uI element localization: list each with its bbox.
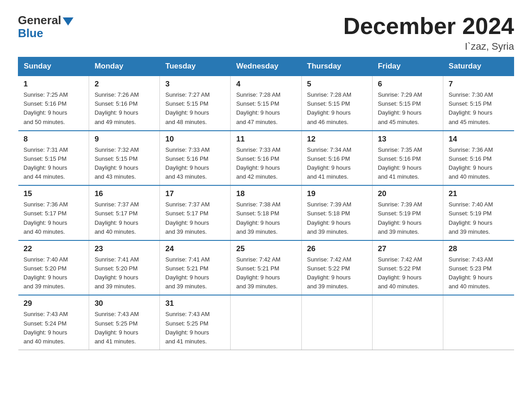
calendar-cell bbox=[301, 295, 372, 350]
calendar-cell: 2Sunrise: 7:26 AMSunset: 5:16 PMDaylight… bbox=[89, 76, 160, 131]
calendar-cell: 20Sunrise: 7:39 AMSunset: 5:19 PMDayligh… bbox=[372, 185, 443, 240]
day-number: 5 bbox=[307, 80, 367, 89]
day-info: Sunrise: 7:37 AMSunset: 5:17 PMDaylight:… bbox=[94, 200, 154, 236]
calendar-table: SundayMondayTuesdayWednesdayThursdayFrid… bbox=[18, 57, 514, 350]
day-info: Sunrise: 7:27 AMSunset: 5:15 PMDaylight:… bbox=[165, 90, 225, 127]
day-info: Sunrise: 7:42 AMSunset: 5:22 PMDaylight:… bbox=[378, 255, 438, 291]
calendar-title: December 2024 bbox=[343, 13, 514, 39]
calendar-cell: 4Sunrise: 7:28 AMSunset: 5:15 PMDaylight… bbox=[231, 76, 301, 131]
page-header: General Blue December 2024 I`zaz, Syria bbox=[18, 13, 514, 52]
day-info: Sunrise: 7:43 AMSunset: 5:25 PMDaylight:… bbox=[94, 310, 154, 346]
calendar-cell: 9Sunrise: 7:32 AMSunset: 5:15 PMDaylight… bbox=[89, 131, 160, 186]
day-number: 7 bbox=[449, 80, 509, 89]
title-area: December 2024 I`zaz, Syria bbox=[343, 13, 514, 52]
day-number: 9 bbox=[94, 135, 154, 144]
calendar-cell: 1Sunrise: 7:25 AMSunset: 5:16 PMDaylight… bbox=[18, 76, 89, 131]
day-info: Sunrise: 7:42 AMSunset: 5:22 PMDaylight:… bbox=[307, 255, 367, 291]
day-number: 11 bbox=[236, 135, 296, 144]
day-number: 31 bbox=[165, 299, 225, 308]
day-number: 21 bbox=[449, 189, 509, 198]
col-header-wednesday: Wednesday bbox=[231, 57, 301, 76]
day-info: Sunrise: 7:36 AMSunset: 5:17 PMDaylight:… bbox=[24, 200, 84, 236]
day-info: Sunrise: 7:29 AMSunset: 5:15 PMDaylight:… bbox=[378, 90, 438, 127]
day-number: 2 bbox=[94, 80, 154, 89]
day-info: Sunrise: 7:31 AMSunset: 5:15 PMDaylight:… bbox=[24, 146, 84, 182]
calendar-cell: 28Sunrise: 7:43 AMSunset: 5:23 PMDayligh… bbox=[443, 240, 514, 295]
calendar-cell: 27Sunrise: 7:42 AMSunset: 5:22 PMDayligh… bbox=[372, 240, 443, 295]
day-info: Sunrise: 7:28 AMSunset: 5:15 PMDaylight:… bbox=[236, 90, 296, 127]
col-header-tuesday: Tuesday bbox=[160, 57, 231, 76]
col-header-thursday: Thursday bbox=[301, 57, 372, 76]
logo-arrow-icon bbox=[63, 17, 73, 26]
calendar-cell: 8Sunrise: 7:31 AMSunset: 5:15 PMDaylight… bbox=[18, 131, 89, 186]
calendar-cell: 10Sunrise: 7:33 AMSunset: 5:16 PMDayligh… bbox=[160, 131, 231, 186]
calendar-cell: 17Sunrise: 7:37 AMSunset: 5:17 PMDayligh… bbox=[160, 185, 231, 240]
col-header-monday: Monday bbox=[89, 57, 160, 76]
calendar-cell: 24Sunrise: 7:41 AMSunset: 5:21 PMDayligh… bbox=[160, 240, 231, 295]
calendar-cell: 21Sunrise: 7:40 AMSunset: 5:19 PMDayligh… bbox=[443, 185, 514, 240]
day-number: 1 bbox=[24, 80, 84, 89]
calendar-week-row: 29Sunrise: 7:43 AMSunset: 5:24 PMDayligh… bbox=[18, 295, 514, 350]
calendar-cell: 18Sunrise: 7:38 AMSunset: 5:18 PMDayligh… bbox=[231, 185, 301, 240]
day-number: 18 bbox=[236, 189, 296, 198]
day-number: 10 bbox=[165, 135, 225, 144]
col-header-friday: Friday bbox=[372, 57, 443, 76]
day-info: Sunrise: 7:40 AMSunset: 5:19 PMDaylight:… bbox=[449, 200, 509, 236]
calendar-header-row: SundayMondayTuesdayWednesdayThursdayFrid… bbox=[18, 57, 514, 76]
day-info: Sunrise: 7:28 AMSunset: 5:15 PMDaylight:… bbox=[307, 90, 367, 127]
day-number: 4 bbox=[236, 80, 296, 89]
day-info: Sunrise: 7:26 AMSunset: 5:16 PMDaylight:… bbox=[94, 90, 154, 127]
logo-general-text: General bbox=[18, 13, 61, 27]
day-number: 3 bbox=[165, 80, 225, 89]
calendar-week-row: 8Sunrise: 7:31 AMSunset: 5:15 PMDaylight… bbox=[18, 131, 514, 186]
calendar-week-row: 22Sunrise: 7:40 AMSunset: 5:20 PMDayligh… bbox=[18, 240, 514, 295]
day-info: Sunrise: 7:43 AMSunset: 5:25 PMDaylight:… bbox=[165, 310, 225, 346]
day-info: Sunrise: 7:39 AMSunset: 5:19 PMDaylight:… bbox=[378, 200, 438, 236]
day-number: 26 bbox=[307, 244, 367, 253]
calendar-cell: 29Sunrise: 7:43 AMSunset: 5:24 PMDayligh… bbox=[18, 295, 89, 350]
day-number: 23 bbox=[94, 244, 154, 253]
calendar-cell: 22Sunrise: 7:40 AMSunset: 5:20 PMDayligh… bbox=[18, 240, 89, 295]
day-info: Sunrise: 7:43 AMSunset: 5:24 PMDaylight:… bbox=[24, 310, 84, 346]
calendar-subtitle: I`zaz, Syria bbox=[343, 41, 514, 52]
day-number: 19 bbox=[307, 189, 367, 198]
calendar-cell: 7Sunrise: 7:30 AMSunset: 5:15 PMDaylight… bbox=[443, 76, 514, 131]
day-info: Sunrise: 7:38 AMSunset: 5:18 PMDaylight:… bbox=[236, 200, 296, 236]
day-number: 12 bbox=[307, 135, 367, 144]
day-number: 16 bbox=[94, 189, 154, 198]
day-info: Sunrise: 7:40 AMSunset: 5:20 PMDaylight:… bbox=[24, 255, 84, 291]
calendar-cell: 12Sunrise: 7:34 AMSunset: 5:16 PMDayligh… bbox=[301, 131, 372, 186]
calendar-cell: 23Sunrise: 7:41 AMSunset: 5:20 PMDayligh… bbox=[89, 240, 160, 295]
day-number: 20 bbox=[378, 189, 438, 198]
day-number: 25 bbox=[236, 244, 296, 253]
calendar-cell: 26Sunrise: 7:42 AMSunset: 5:22 PMDayligh… bbox=[301, 240, 372, 295]
day-info: Sunrise: 7:39 AMSunset: 5:18 PMDaylight:… bbox=[307, 200, 367, 236]
day-info: Sunrise: 7:35 AMSunset: 5:16 PMDaylight:… bbox=[378, 146, 438, 182]
day-number: 8 bbox=[24, 135, 84, 144]
calendar-cell: 31Sunrise: 7:43 AMSunset: 5:25 PMDayligh… bbox=[160, 295, 231, 350]
logo-blue-text: Blue bbox=[18, 27, 43, 39]
calendar-cell: 25Sunrise: 7:42 AMSunset: 5:21 PMDayligh… bbox=[231, 240, 301, 295]
day-number: 24 bbox=[165, 244, 225, 253]
day-info: Sunrise: 7:43 AMSunset: 5:23 PMDaylight:… bbox=[449, 255, 509, 291]
calendar-week-row: 15Sunrise: 7:36 AMSunset: 5:17 PMDayligh… bbox=[18, 185, 514, 240]
day-number: 27 bbox=[378, 244, 438, 253]
day-info: Sunrise: 7:41 AMSunset: 5:21 PMDaylight:… bbox=[165, 255, 225, 291]
calendar-cell: 15Sunrise: 7:36 AMSunset: 5:17 PMDayligh… bbox=[18, 185, 89, 240]
day-info: Sunrise: 7:37 AMSunset: 5:17 PMDaylight:… bbox=[165, 200, 225, 236]
day-info: Sunrise: 7:30 AMSunset: 5:15 PMDaylight:… bbox=[449, 90, 509, 127]
calendar-cell: 11Sunrise: 7:33 AMSunset: 5:16 PMDayligh… bbox=[231, 131, 301, 186]
day-info: Sunrise: 7:36 AMSunset: 5:16 PMDaylight:… bbox=[449, 146, 509, 182]
calendar-cell bbox=[231, 295, 301, 350]
calendar-cell: 5Sunrise: 7:28 AMSunset: 5:15 PMDaylight… bbox=[301, 76, 372, 131]
day-info: Sunrise: 7:42 AMSunset: 5:21 PMDaylight:… bbox=[236, 255, 296, 291]
day-number: 13 bbox=[378, 135, 438, 144]
calendar-cell: 16Sunrise: 7:37 AMSunset: 5:17 PMDayligh… bbox=[89, 185, 160, 240]
day-info: Sunrise: 7:41 AMSunset: 5:20 PMDaylight:… bbox=[94, 255, 154, 291]
calendar-cell: 6Sunrise: 7:29 AMSunset: 5:15 PMDaylight… bbox=[372, 76, 443, 131]
day-info: Sunrise: 7:33 AMSunset: 5:16 PMDaylight:… bbox=[236, 146, 296, 182]
day-number: 29 bbox=[24, 299, 84, 308]
calendar-cell: 13Sunrise: 7:35 AMSunset: 5:16 PMDayligh… bbox=[372, 131, 443, 186]
calendar-cell: 19Sunrise: 7:39 AMSunset: 5:18 PMDayligh… bbox=[301, 185, 372, 240]
day-number: 14 bbox=[449, 135, 509, 144]
